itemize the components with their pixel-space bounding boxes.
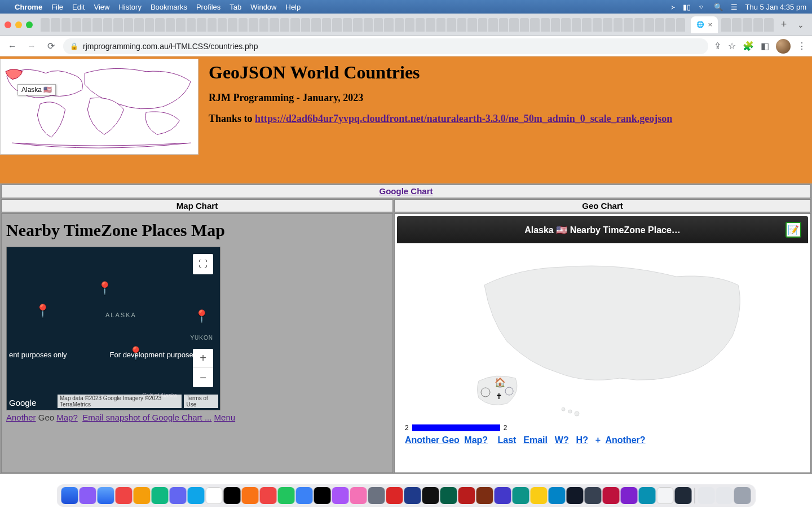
bg-tab[interactable] xyxy=(395,18,404,32)
bg-tab[interactable] xyxy=(301,18,310,32)
world-map-thumbnail[interactable]: Alaska 🇺🇸 xyxy=(0,59,198,155)
map-pin-icon[interactable]: 📍 xyxy=(194,309,209,324)
map-pin-icon[interactable]: 📍 xyxy=(35,304,50,318)
bg-tab[interactable] xyxy=(280,18,289,32)
dock-app-icon[interactable] xyxy=(495,487,511,504)
map-pin-icon[interactable]: 📍 xyxy=(97,281,112,296)
bg-tab[interactable] xyxy=(467,18,476,32)
anotherq-link[interactable]: Another? xyxy=(605,435,645,445)
bg-tab[interactable] xyxy=(103,18,112,32)
bg-tab[interactable] xyxy=(322,18,331,32)
bg-tab[interactable] xyxy=(593,18,602,32)
bluetooth-icon[interactable]: ᚛ xyxy=(671,3,675,11)
bg-tab[interactable] xyxy=(541,18,550,32)
bg-tab[interactable] xyxy=(41,18,50,32)
bg-tab[interactable] xyxy=(374,18,383,32)
spotlight-icon[interactable]: 🔍 xyxy=(714,3,723,11)
dock-app-icon[interactable] xyxy=(476,487,493,504)
dock-app-icon[interactable] xyxy=(332,487,349,504)
appstore-icon[interactable] xyxy=(296,487,313,504)
menu-help[interactable]: Help xyxy=(286,3,301,11)
window-minimize[interactable] xyxy=(15,21,22,28)
bg-tab[interactable] xyxy=(416,18,425,32)
bg-tab[interactable] xyxy=(218,18,227,32)
window-zoom[interactable] xyxy=(26,21,33,28)
bg-tab[interactable] xyxy=(145,18,154,32)
bg-tab[interactable] xyxy=(436,18,445,32)
bg-tab[interactable] xyxy=(624,18,633,32)
bg-tab[interactable] xyxy=(426,18,435,32)
dock-app-icon[interactable] xyxy=(314,487,331,504)
menu-edit[interactable]: Edit xyxy=(72,3,85,11)
bg-tab[interactable] xyxy=(447,18,456,32)
back-button[interactable]: ← xyxy=(6,40,19,53)
launchpad-icon[interactable] xyxy=(80,487,96,504)
bookmark-star-icon[interactable]: ☆ xyxy=(728,41,736,51)
dock-app-icon[interactable] xyxy=(675,487,692,504)
bg-tab[interactable] xyxy=(457,18,466,32)
tab-overflow-icon[interactable]: ⌄ xyxy=(794,20,807,29)
dock-app-icon[interactable] xyxy=(621,487,638,504)
bg-tab[interactable] xyxy=(634,18,643,32)
dock-app-icon[interactable] xyxy=(440,487,457,504)
active-tab[interactable]: 🌐 × xyxy=(691,16,718,33)
extensions-icon[interactable]: 🧩 xyxy=(743,41,754,51)
safari-icon[interactable] xyxy=(98,487,114,504)
bg-tab[interactable] xyxy=(332,18,341,32)
fullscreen-button[interactable]: ⛶ xyxy=(193,254,213,274)
bg-tab[interactable] xyxy=(290,18,299,32)
bg-tab[interactable] xyxy=(509,18,518,32)
bg-tab[interactable] xyxy=(72,18,81,32)
bg-tab[interactable] xyxy=(92,18,102,32)
menu-window[interactable]: Window xyxy=(250,3,276,11)
thanks-link[interactable]: https://d2ad6b4ur7yvpq.cloudfront.net/na… xyxy=(255,113,672,124)
tab-close-icon[interactable]: × xyxy=(708,20,712,29)
menu-view[interactable]: View xyxy=(94,3,109,11)
dock-app-icon[interactable] xyxy=(260,487,277,504)
control-center-icon[interactable]: ☰ xyxy=(731,3,738,11)
bg-tab[interactable] xyxy=(530,18,539,32)
bg-tab[interactable] xyxy=(311,18,320,32)
downloads-icon[interactable] xyxy=(698,487,715,504)
bg-tab[interactable] xyxy=(488,18,497,32)
dock-app-icon[interactable] xyxy=(585,487,602,504)
menu-profiles[interactable]: Profiles xyxy=(196,3,220,11)
bg-tab[interactable] xyxy=(561,18,570,32)
google-chart-link[interactable]: Google Chart xyxy=(379,186,433,196)
reload-button[interactable]: ⟳ xyxy=(44,40,58,53)
dock-app-icon[interactable] xyxy=(549,487,566,504)
bg-tab[interactable] xyxy=(208,18,217,32)
bg-tab[interactable] xyxy=(665,18,674,32)
bg-tab[interactable] xyxy=(520,18,529,32)
bg-tab[interactable] xyxy=(155,18,164,32)
bg-tab[interactable] xyxy=(228,18,237,32)
bg-tab[interactable] xyxy=(384,18,393,32)
dock-app-icon[interactable] xyxy=(134,487,151,504)
plus-toggle[interactable]: + xyxy=(595,435,601,445)
bg-tab[interactable] xyxy=(166,18,175,32)
bg-tab[interactable] xyxy=(721,18,731,32)
bg-tab[interactable] xyxy=(764,18,774,32)
battery-icon[interactable]: ▮▯ xyxy=(683,3,691,11)
window-close[interactable] xyxy=(5,21,11,28)
dock-app-icon[interactable] xyxy=(404,487,421,504)
us-geo-chart[interactable]: 🏠 ✝ xyxy=(451,251,755,421)
another-geo-link[interactable]: Another Geo xyxy=(405,435,460,445)
bg-tab[interactable] xyxy=(732,18,742,32)
bg-tab[interactable] xyxy=(61,18,70,32)
menu-tab[interactable]: Tab xyxy=(230,3,241,11)
bg-tab[interactable] xyxy=(405,18,414,32)
email-snapshot-link[interactable]: Email snapshot of Google Chart ... xyxy=(82,413,211,422)
dock-app-icon[interactable] xyxy=(603,487,620,504)
bg-tab[interactable] xyxy=(478,18,487,32)
email-link[interactable]: Email xyxy=(523,435,548,445)
menu-link[interactable]: Menu xyxy=(214,413,236,422)
mapq-link[interactable]: Map? xyxy=(464,435,488,445)
bg-tab[interactable] xyxy=(364,18,373,32)
w-link[interactable]: W? xyxy=(555,435,569,445)
bg-tab[interactable] xyxy=(187,18,196,32)
bg-tab[interactable] xyxy=(343,18,352,32)
zoom-in-button[interactable]: + xyxy=(193,349,213,368)
bg-tab[interactable] xyxy=(249,18,258,32)
bg-tab[interactable] xyxy=(499,18,508,32)
